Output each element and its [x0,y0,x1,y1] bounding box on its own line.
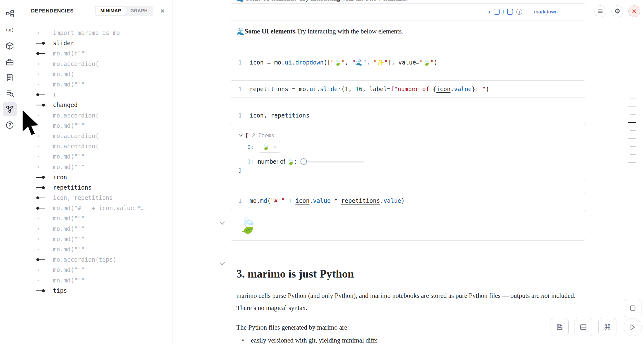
dependency-item[interactable]: repetitions [20,183,172,193]
layout-button[interactable] [574,318,592,336]
dependency-item[interactable]: mo.md("# " + icon.value *… [20,203,172,213]
view-toggle: MINIMAP GRAPH [95,6,153,16]
info-icon[interactable]: ⓘ [516,8,522,16]
dependency-item-label: mo.accordion( [53,133,99,139]
r-checkbox[interactable] [494,9,500,15]
dependency-item[interactable]: mo.md(""" [20,213,172,224]
dependency-item-label: mo.md(""" [53,236,85,243]
language-button[interactable]: markdown [534,9,558,15]
dependency-item[interactable]: mo.md(""" [20,151,172,162]
panel-title: DEPENDENCIES [31,8,74,14]
code-line[interactable]: repetitions = mo.ui.slider(1, 16, label=… [250,86,489,93]
dependency-item[interactable]: mo.accordion( [20,131,172,141]
dependency-item[interactable]: slider [20,38,172,48]
dependency-item-label: ( [53,91,56,98]
dependency-item[interactable]: mo.md(""" [20,265,172,275]
tab-graph[interactable]: GRAPH [126,7,152,15]
close-icon[interactable]: × [160,7,165,15]
dot-icon [36,31,46,35]
code-cell-md[interactable]: 1 mo.md("# " + icon.value * repetitions.… [230,192,586,209]
dot-icon [36,155,46,158]
save-button[interactable] [550,318,568,336]
dependency-item[interactable]: mo.md(""" [20,234,172,244]
dependency-item[interactable]: mo.md(""" [20,162,172,172]
run-button[interactable] [624,318,642,336]
slider-widget[interactable] [300,158,364,165]
dependency-item-label: tips [53,287,67,294]
tab-minimap[interactable]: MINIMAP [96,7,126,15]
logs-search-icon[interactable] [3,86,17,100]
collapse-section-icon[interactable] [219,262,226,266]
dependency-item-label: mo.accordion( [53,61,99,67]
dependency-item[interactable]: icon [20,172,172,183]
minimap-mark[interactable] [628,162,636,163]
variables-icon[interactable]: (x) [3,23,17,37]
stop-button[interactable] [624,299,642,317]
dependency-item[interactable]: icon, repetitions [20,193,172,203]
f-checkbox[interactable] [507,9,513,15]
markdown-editor-clipped[interactable]: 🌊 Some UI elements. Try interacting with… [230,0,586,4]
dependency-item[interactable]: mo.accordion( [20,59,172,69]
dependencies-panel: DEPENDENCIES MINIMAP GRAPH × import mari… [20,0,172,344]
dot-icon [36,165,46,169]
help-icon[interactable] [3,118,17,132]
dependency-item[interactable]: changed [20,100,172,110]
code-cell-slider[interactable]: 1 repetitions = mo.ui.slider(1, 16, labe… [230,80,586,98]
dependency-item[interactable]: mo.md(""" [20,244,172,255]
toolbox-icon[interactable] [3,55,17,69]
code-line[interactable]: mo.md("# " + icon.value * repetitions.va… [250,197,405,204]
dependency-item[interactable]: mo.md(""" [20,224,172,234]
code-cell-tuple[interactable]: 1 icon, repetitions [230,107,586,124]
dependency-item-label: icon [53,174,67,181]
minimap-mark[interactable] [630,154,636,155]
dropdown-widget[interactable]: 🍃 [259,141,280,153]
minimap-mark[interactable] [630,114,636,115]
code-line[interactable]: icon, repetitions [250,112,310,119]
file-tree-icon[interactable] [3,7,17,21]
dependency-item[interactable]: mo.md( [20,69,172,79]
slider-thumb[interactable] [300,158,307,165]
shutdown-button[interactable]: × [628,5,640,17]
packages-icon[interactable] [3,39,17,53]
dependency-item[interactable]: mo.accordion( [20,110,172,121]
reference-icon [36,93,46,96]
dependency-item[interactable]: mo.md(""" [20,275,172,286]
gear-icon: ⚙ [614,8,620,15]
collapse-output-icon[interactable] [219,221,226,225]
minimap-mark[interactable] [630,90,636,90]
dependency-item-label: mo.accordion(tips) [53,256,116,263]
slider-track[interactable] [300,161,364,162]
definition-icon [36,289,46,292]
output-rest-text: Try interacting with the below elements. [297,28,403,35]
minimap-mark[interactable] [628,138,636,139]
tree-collapse-icon[interactable] [239,134,243,137]
minimap-mark[interactable] [630,98,636,98]
slider-label: number of 🍃: [258,158,296,165]
dependency-item[interactable]: ( [20,90,172,100]
command-palette-button[interactable]: ⌘ [598,318,616,336]
dependency-item[interactable]: mo.md(""" [20,121,172,131]
tuple-output: [ 2 Items 0: 🍃 1: number of 🍃: ] [230,124,586,181]
code-cell-dropdown[interactable]: 1 icon = mo.ui.dropdown(["🍃", "🌊", "✨"],… [230,54,586,71]
dependency-item[interactable]: import marimo as mo [20,28,172,38]
minimap-mark[interactable] [630,130,636,131]
minimap-mark[interactable] [628,106,636,106]
dependencies-icon[interactable] [3,102,17,116]
document-icon[interactable] [3,71,17,85]
dependency-item[interactable]: mo.accordion( [20,141,172,151]
clipped-editor-text: 🌊 Some UI elements. Try interacting with… [236,0,408,2]
dependency-item-label: icon, repetitions [53,195,113,201]
close-bracket: ] [238,167,242,173]
minimap-mark-active[interactable] [628,122,636,123]
dependency-item[interactable]: mo.md(""" [20,79,172,90]
line-number: 1 [230,86,250,92]
line-number: 1 [230,112,250,119]
menu-button[interactable] [594,5,606,17]
minimap-mark[interactable] [630,146,636,147]
dependency-item[interactable]: tips [20,286,172,296]
dependency-item[interactable]: mo.md(f""" [20,48,172,59]
chevron-down-icon [273,146,277,148]
code-line[interactable]: icon = mo.ui.dropdown(["🍃", "🌊", "✨"], v… [250,59,438,66]
dependency-item[interactable]: mo.accordion(tips) [20,255,172,265]
settings-button[interactable]: ⚙ [611,5,623,17]
